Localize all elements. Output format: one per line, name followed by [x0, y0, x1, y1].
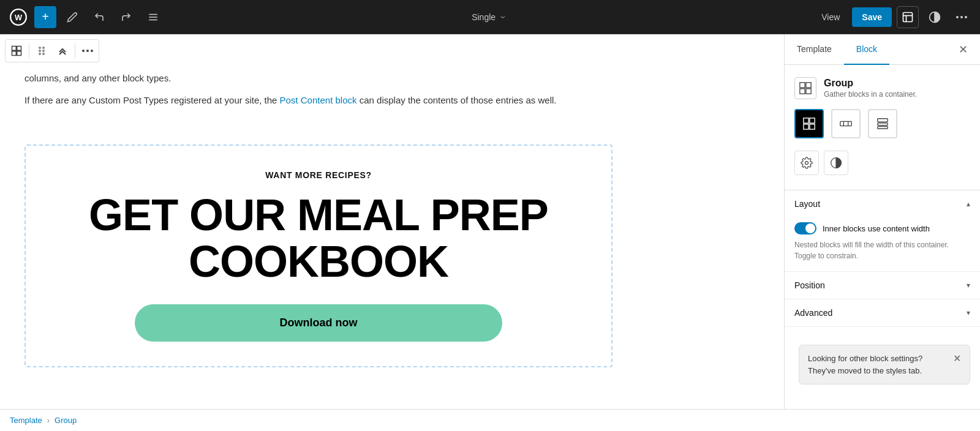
- style-row-icon[interactable]: [831, 109, 861, 138]
- contrast-settings-icon: [830, 157, 842, 169]
- list-view-icon: [148, 12, 159, 23]
- position-section-header[interactable]: Position ▾: [785, 272, 980, 299]
- svg-rect-31: [804, 124, 809, 129]
- pencil-icon: [67, 12, 78, 23]
- advanced-chevron-down: ▾: [967, 309, 970, 317]
- svg-rect-27: [800, 89, 805, 94]
- block-options-button[interactable]: [78, 41, 97, 61]
- move-up-icon: [58, 46, 67, 56]
- toolbar-divider: [29, 43, 29, 58]
- svg-rect-30: [810, 118, 815, 123]
- toolbar-right: View Save: [814, 6, 973, 28]
- toolbar-divider-2: [75, 43, 75, 58]
- template-selector-label: Single: [472, 12, 496, 22]
- move-up-button[interactable]: [53, 41, 72, 61]
- advanced-section-label: Advanced: [794, 308, 832, 318]
- svg-rect-37: [878, 123, 888, 126]
- list-view-button[interactable]: [142, 6, 164, 28]
- wp-logo-icon: W: [10, 9, 27, 26]
- svg-text:W: W: [15, 13, 23, 22]
- intro-paragraph-1: columns, and any other block types.: [24, 71, 612, 86]
- stack-style-icon: [876, 117, 889, 130]
- breadcrumb-template[interactable]: Template: [10, 416, 42, 425]
- gear-icon: [801, 157, 813, 169]
- style-stack-icon[interactable]: [868, 109, 897, 138]
- advanced-section: Advanced ▾: [785, 299, 980, 327]
- position-section: Position ▾: [785, 272, 980, 299]
- wp-logo[interactable]: W: [7, 6, 29, 28]
- redo-button[interactable]: [115, 6, 137, 28]
- breadcrumb-group[interactable]: Group: [55, 416, 77, 425]
- layout-chevron-up: ▴: [967, 200, 970, 208]
- editor-area: columns, and any other block types. If t…: [0, 34, 784, 409]
- block-name-wrap: Group Gather blocks in a container.: [824, 78, 917, 99]
- block-styles-row: [794, 109, 970, 141]
- contrast-settings-button[interactable]: [824, 151, 848, 175]
- more-button[interactable]: [951, 6, 973, 28]
- chevron-down-icon: [499, 13, 507, 21]
- style-group-icon[interactable]: [794, 109, 824, 138]
- position-chevron-down: ▾: [967, 281, 970, 290]
- toast-message: Looking for other block settings? They'v…: [808, 353, 948, 377]
- svg-point-24: [91, 50, 93, 52]
- content-area: columns, and any other block types. If t…: [0, 34, 784, 392]
- view-button[interactable]: View: [814, 9, 847, 26]
- svg-rect-14: [12, 51, 17, 56]
- gear-settings-button[interactable]: [794, 151, 819, 175]
- breadcrumb-separator: ›: [47, 416, 50, 425]
- svg-point-19: [42, 50, 45, 52]
- redo-icon: [121, 12, 132, 23]
- block-info-row: Group Gather blocks in a container.: [794, 77, 970, 99]
- layout-icon: [902, 11, 914, 23]
- svg-rect-15: [17, 51, 21, 56]
- intro-paragraph-2: If there are any Custom Post Types regis…: [24, 93, 612, 108]
- svg-point-20: [39, 53, 41, 55]
- svg-point-22: [82, 50, 85, 52]
- svg-rect-13: [17, 47, 21, 51]
- layout-help-text: Nested blocks will fill the width of thi…: [794, 239, 970, 261]
- undo-button[interactable]: [88, 6, 110, 28]
- post-content-link[interactable]: Post Content block: [280, 95, 357, 105]
- cta-subtitle: WANT MORE RECIPES?: [38, 170, 599, 180]
- toast-close-button[interactable]: ✕: [953, 353, 961, 364]
- sidebar-close-button[interactable]: ✕: [953, 40, 973, 59]
- tab-block[interactable]: Block: [844, 34, 889, 65]
- svg-rect-28: [806, 89, 811, 94]
- drag-handle[interactable]: [32, 41, 51, 61]
- cta-section: WANT MORE RECIPES? GET OUR MEAL PREP COO…: [24, 144, 612, 367]
- tab-template[interactable]: Template: [785, 34, 844, 65]
- inner-blocks-toggle-label: Inner blocks use content width: [823, 224, 930, 233]
- layout-section-header[interactable]: Layout ▴: [785, 190, 980, 217]
- inner-blocks-toggle[interactable]: [794, 222, 816, 234]
- cta-title: GET OUR MEAL PREP COOKBOOK: [38, 192, 599, 285]
- layout-section-label: Layout: [794, 199, 820, 209]
- more-icon: [956, 16, 967, 18]
- svg-point-23: [86, 50, 89, 52]
- right-sidebar: Template Block ✕ Group Gather blocks in …: [784, 34, 980, 409]
- group-icon: [799, 81, 812, 95]
- main-area: columns, and any other block types. If t…: [0, 34, 980, 409]
- advanced-section-header[interactable]: Advanced ▾: [785, 299, 980, 326]
- svg-point-10: [960, 16, 963, 18]
- template-selector[interactable]: Single: [464, 8, 514, 26]
- tools-button[interactable]: [61, 6, 83, 28]
- block-type-button[interactable]: [7, 41, 26, 61]
- add-block-button[interactable]: +: [34, 6, 56, 28]
- svg-rect-5: [903, 12, 913, 21]
- main-toolbar: W + Single View Save: [0, 0, 980, 34]
- position-section-label: Position: [794, 280, 825, 290]
- svg-rect-12: [12, 47, 17, 51]
- svg-point-21: [42, 53, 45, 55]
- download-button[interactable]: Download now: [135, 304, 502, 342]
- block-name-label: Group: [824, 78, 917, 89]
- svg-point-16: [39, 47, 41, 49]
- contrast-button[interactable]: [924, 6, 946, 28]
- toolbar-center: Single: [169, 8, 809, 26]
- svg-point-18: [39, 50, 41, 52]
- layout-button[interactable]: [897, 6, 919, 28]
- svg-rect-38: [878, 127, 888, 129]
- save-button[interactable]: Save: [852, 7, 892, 27]
- svg-rect-25: [800, 83, 805, 88]
- contrast-icon: [929, 11, 941, 23]
- intro-text-prefix: If there are any Custom Post Types regis…: [24, 95, 280, 105]
